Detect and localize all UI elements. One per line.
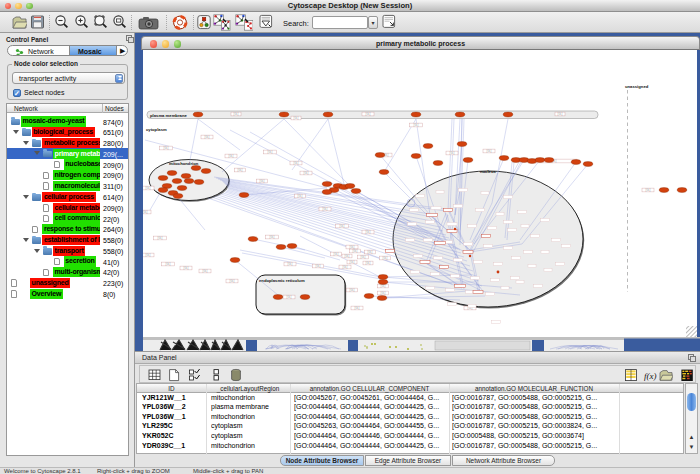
svg-text:[G.]: [G.] [304, 171, 309, 175]
svg-text:[G.]: [G.] [234, 112, 239, 116]
svg-text:[G.]: [G.] [166, 262, 171, 266]
svg-text:[G.]: [G.] [184, 266, 189, 270]
svg-text:cytoplasm: cytoplasm [146, 127, 167, 132]
svg-text:[G.]: [G.] [203, 269, 208, 273]
svg-text:nucleus: nucleus [480, 169, 496, 174]
svg-text:[G.]: [G.] [366, 230, 371, 234]
svg-text:[G.]: [G.] [268, 150, 273, 154]
svg-text:[G.]: [G.] [355, 306, 360, 310]
svg-text:[G.]: [G.] [340, 224, 345, 228]
svg-text:[G.]: [G.] [316, 264, 321, 268]
svg-text:[G.]: [G.] [229, 154, 234, 158]
svg-text:[G.]: [G.] [164, 146, 169, 150]
svg-text:[G.]: [G.] [288, 262, 293, 266]
svg-text:[G.]: [G.] [143, 210, 148, 214]
svg-text:[G.]: [G.] [158, 236, 163, 240]
svg-text:[G.]: [G.] [450, 151, 455, 155]
svg-text:[G.]: [G.] [146, 253, 151, 257]
svg-text:[G.]: [G.] [345, 254, 350, 258]
svg-text:[G.]: [G.] [270, 235, 275, 239]
svg-text:mitochondrion: mitochondrion [169, 161, 199, 166]
svg-text:[G.]: [G.] [298, 194, 303, 198]
svg-text:[G.]: [G.] [350, 260, 355, 264]
svg-text:[G.]: [G.] [353, 249, 358, 253]
svg-text:[G.]: [G.] [343, 265, 348, 269]
svg-text:[G.]: [G.] [294, 116, 299, 120]
svg-text:[G.]: [G.] [361, 255, 366, 259]
svg-text:[G.]: [G.] [230, 279, 235, 283]
svg-text:[G.]: [G.] [487, 149, 492, 153]
svg-text:[G.]: [G.] [238, 168, 243, 172]
svg-text:[G.]: [G.] [381, 291, 386, 295]
svg-text:[G.]: [G.] [366, 261, 371, 265]
svg-text:plasma membrane: plasma membrane [150, 113, 187, 118]
svg-text:[G.]: [G.] [366, 112, 371, 116]
svg-text:[G.]: [G.] [146, 186, 151, 190]
svg-text:f(x): f(x) [644, 371, 657, 381]
svg-text:endoplasmic reticulum: endoplasmic reticulum [259, 278, 305, 283]
svg-text:[G.]: [G.] [558, 112, 563, 116]
svg-text:[G.]: [G.] [383, 256, 388, 260]
svg-text:[G.]: [G.] [205, 135, 210, 139]
svg-text:[G.]: [G.] [260, 179, 265, 183]
svg-text:[G.]: [G.] [350, 288, 355, 292]
svg-text:[G.]: [G.] [646, 188, 651, 192]
svg-text:[G.]: [G.] [294, 161, 299, 165]
svg-text:[G.]: [G.] [368, 250, 373, 254]
svg-text:unassigned: unassigned [625, 84, 649, 89]
svg-text:[G.]: [G.] [287, 295, 292, 299]
svg-text:[G.]: [G.] [334, 252, 339, 256]
svg-text:[G.]: [G.] [381, 284, 386, 288]
svg-text:[G.]: [G.] [414, 123, 419, 127]
svg-text:[G.]: [G.] [323, 207, 328, 211]
